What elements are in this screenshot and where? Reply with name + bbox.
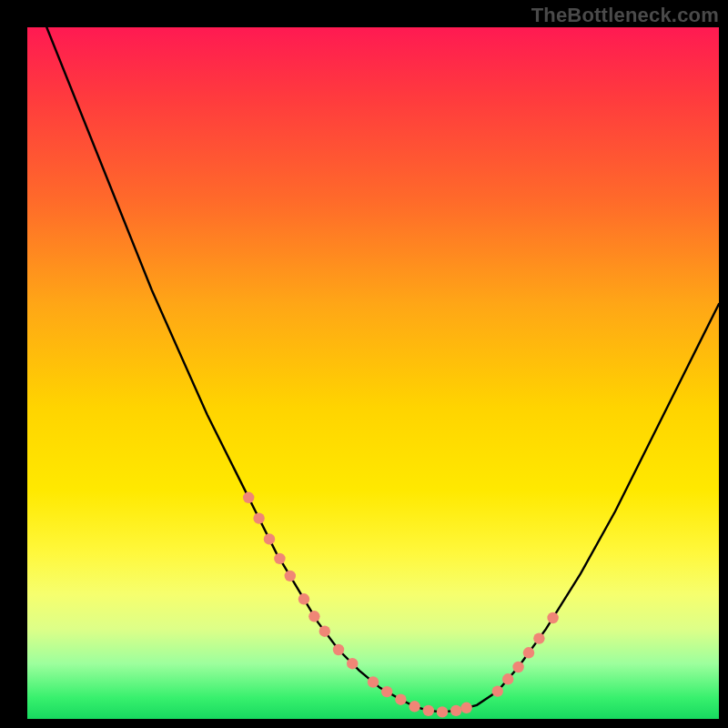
data-marker xyxy=(492,685,503,696)
data-marker xyxy=(409,701,420,712)
data-marker xyxy=(547,612,558,623)
data-marker xyxy=(460,703,471,713)
data-marker xyxy=(502,673,513,684)
bottleneck-curve xyxy=(41,14,719,713)
chart-frame: TheBottleneck.com xyxy=(0,0,728,728)
plot-area xyxy=(27,27,719,719)
watermark-text: TheBottleneck.com xyxy=(531,4,719,27)
data-marker xyxy=(298,593,309,604)
curve-svg xyxy=(27,27,719,719)
data-marker xyxy=(264,533,275,544)
data-marker xyxy=(253,512,264,523)
data-marker xyxy=(437,706,448,717)
data-marker xyxy=(450,705,461,716)
marker-group xyxy=(243,492,559,718)
data-marker xyxy=(523,647,534,658)
data-marker xyxy=(395,694,406,705)
data-marker xyxy=(381,686,392,697)
data-marker xyxy=(347,658,358,669)
data-marker xyxy=(243,492,254,503)
data-marker xyxy=(319,626,330,637)
data-marker xyxy=(308,611,319,622)
data-marker xyxy=(533,632,544,643)
data-marker xyxy=(285,571,296,581)
data-marker xyxy=(423,705,434,716)
data-marker xyxy=(368,676,379,687)
data-marker xyxy=(333,644,344,655)
data-marker xyxy=(512,662,523,672)
data-marker xyxy=(274,553,285,564)
